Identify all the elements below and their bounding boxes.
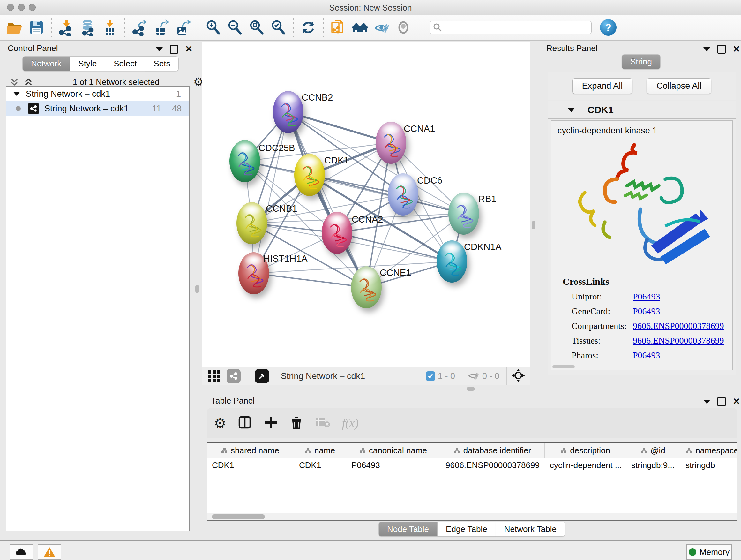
tab-network[interactable]: Network [22,56,70,71]
crosslink-link[interactable]: 9606.ENSP00000378699 [633,321,724,331]
edge-CCNA2-CDKN1A[interactable] [337,233,452,261]
table-cell[interactable]: CDK1 [207,458,294,472]
network-share-icon[interactable] [226,369,241,383]
float-results-icon[interactable] [718,45,726,54]
node-CDC25B[interactable] [229,140,260,182]
tab-sets[interactable]: Sets [145,56,179,71]
tab-edge-table[interactable]: Edge Table [437,522,496,537]
import-network-file-icon[interactable] [57,17,76,37]
table-cell[interactable]: stringdb:9... [626,458,680,472]
table-hscroll-thumb[interactable] [212,514,265,519]
column-header-canonical-name[interactable]: canonical name [346,443,441,458]
node-section-header[interactable]: CDK1 [548,101,736,119]
collapse-all-button[interactable]: Collapse All [647,78,711,94]
crosslink-link[interactable]: 9606.ENSP00000378699 [633,335,724,346]
float-panel-icon[interactable] [170,45,178,54]
close-results-icon[interactable]: ✕ [733,46,740,52]
column-type-icon [305,447,311,454]
collapse-panel-icon[interactable] [156,47,163,51]
column-header--id[interactable]: @id [626,443,680,458]
birdseye-view-icon[interactable] [255,369,269,383]
node-CCNB2[interactable] [273,91,304,133]
grid-view-icon[interactable] [207,369,221,383]
node-CDK1[interactable] [294,154,325,196]
fit-selected-crosshair-icon[interactable] [511,368,525,384]
warnings-button[interactable] [38,544,61,560]
float-table-icon[interactable] [718,397,726,406]
selected-checkbox-icon[interactable] [426,371,435,381]
crosslink-link[interactable]: P06493 [633,292,660,302]
collapse-table-icon[interactable] [703,400,711,404]
node-CCNB1[interactable] [237,202,267,244]
import-network-database-icon[interactable] [78,17,98,37]
section-expander-icon[interactable] [568,108,575,112]
network-collection-row[interactable]: String Network – cdk1 1 [6,86,189,101]
table-cell[interactable]: cyclin-dependent ... [545,458,626,472]
close-panel-icon[interactable]: ✕ [185,46,192,52]
close-table-icon[interactable]: ✕ [733,398,740,405]
zoom-out-icon[interactable] [225,17,245,37]
crosslink-link[interactable]: P06493 [633,306,660,316]
crosslink-link[interactable]: P06493 [633,350,660,361]
expand-all-button[interactable]: Expand All [572,78,633,94]
column-header-database-identifier[interactable]: database identifier [441,443,545,458]
node-CDKN1A[interactable] [436,240,467,283]
column-header-namespace[interactable]: namespace [680,443,737,458]
table-cell[interactable]: 9606.ENSP00000378699 [441,458,545,472]
save-session-icon[interactable] [26,17,46,37]
horizontal-splitter-handle[interactable] [467,387,475,391]
node-CCNA1[interactable] [376,122,406,164]
show-all-icon[interactable] [394,17,413,37]
hide-selected-icon[interactable] [372,17,392,37]
table-cell[interactable]: P06493 [346,458,441,472]
import-table-icon[interactable] [100,17,120,37]
table-settings-gear-icon[interactable]: ⚙ [214,415,226,431]
birdseye-homes-icon[interactable] [350,17,370,37]
right-splitter-handle[interactable] [532,221,536,229]
delete-column-trash-icon[interactable] [289,415,304,431]
open-session-icon[interactable] [5,17,24,37]
column-header-description[interactable]: description [545,443,626,458]
edge-HIST1H1A-CCNE1[interactable] [254,273,366,287]
node-CDC6[interactable] [388,173,418,215]
crosslink-label: Tissues: [571,335,633,346]
network-canvas[interactable]: CCNB2CCNA1CDC25BCDK1CDC6RB1CCNB1CCNA2CDK… [202,42,530,367]
collapse-all-icon[interactable] [10,77,19,87]
refresh-icon[interactable] [298,17,318,37]
column-header-shared-name[interactable]: shared name [207,443,294,458]
export-table-icon[interactable] [151,17,172,37]
table-cell[interactable]: CDK1 [294,458,346,472]
export-image-icon[interactable] [173,17,193,37]
zoom-selected-icon[interactable] [268,17,288,37]
clone-network-icon[interactable] [328,17,348,37]
expand-all-icon[interactable] [23,77,33,87]
tab-select[interactable]: Select [105,56,145,71]
help-icon[interactable]: ? [600,19,616,36]
crosslink-label: GeneCard: [571,306,633,316]
zoom-fit-icon[interactable] [247,17,266,37]
node-RB1[interactable] [448,192,479,235]
tab-node-table[interactable]: Node Table [379,522,437,537]
collection-expander-icon[interactable] [14,92,20,96]
tab-style[interactable]: Style [70,56,105,71]
left-splitter-handle[interactable] [195,285,199,293]
tab-network-table[interactable]: Network Table [496,522,565,537]
cloud-status-button[interactable] [10,544,33,560]
table-cell[interactable]: stringdb [680,458,737,472]
show-columns-icon[interactable] [238,415,253,431]
collapse-results-icon[interactable] [703,47,711,51]
node-CCNE1[interactable] [351,266,382,308]
column-header-name[interactable]: name [294,443,346,458]
search-input[interactable] [429,21,592,34]
node-CCNA2[interactable] [322,212,352,254]
export-network-icon[interactable] [130,17,150,37]
table-hscrollbar[interactable] [207,513,737,520]
results-hscroll-thumb[interactable] [552,365,575,368]
edge-CCNB2-HIST1H1A[interactable] [254,112,288,273]
network-row[interactable]: String Network – cdk1 11 48 [6,101,189,116]
zoom-in-icon[interactable] [203,17,223,37]
tab-string[interactable]: String [622,54,661,69]
add-column-icon[interactable] [264,415,278,431]
memory-button[interactable]: Memory [686,544,732,560]
hidden-eye-icon[interactable] [467,369,480,383]
